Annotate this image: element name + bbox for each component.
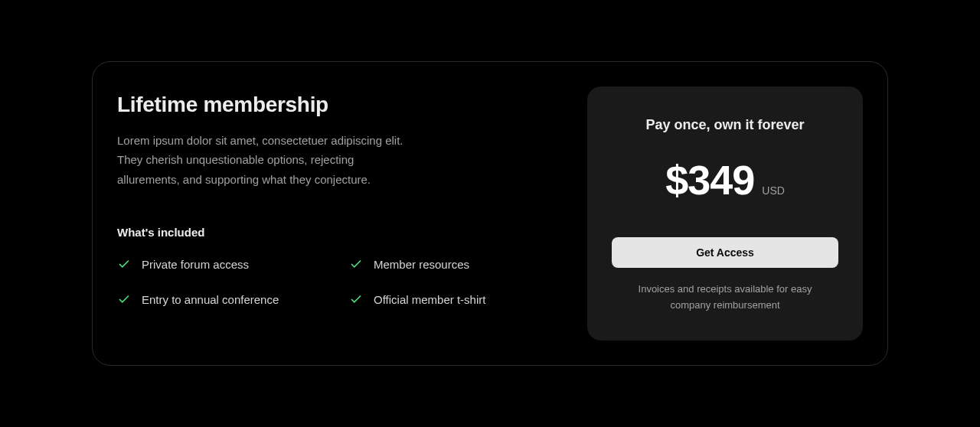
feature-item: Private forum access — [117, 257, 331, 271]
feature-item: Official member t-shirt — [349, 292, 563, 306]
feature-label: Official member t-shirt — [374, 293, 485, 306]
feature-label: Private forum access — [142, 258, 249, 271]
pricing-card: Lifetime membership Lorem ipsum dolor si… — [92, 61, 888, 367]
price-footnote: Invoices and receipts available for easy… — [633, 282, 817, 314]
included-heading: What's included — [117, 226, 563, 239]
feature-item: Entry to annual conference — [117, 292, 331, 306]
price-heading: Pay once, own it forever — [645, 117, 804, 133]
price-row: $349 USD — [665, 156, 785, 204]
price-panel: Pay once, own it forever $349 USD Get Ac… — [587, 86, 863, 341]
check-icon — [349, 292, 363, 306]
feature-label: Entry to annual conference — [142, 293, 279, 306]
get-access-button[interactable]: Get Access — [612, 237, 838, 268]
feature-list: Private forum access Member resources En… — [117, 257, 563, 306]
plan-description: Lorem ipsum dolor sit amet, consectetuer… — [117, 131, 408, 190]
price-value: $349 — [665, 156, 754, 204]
plan-details: Lifetime membership Lorem ipsum dolor si… — [117, 86, 563, 341]
check-icon — [117, 257, 131, 271]
check-icon — [349, 257, 363, 271]
check-icon — [117, 292, 131, 306]
price-currency: USD — [762, 184, 785, 197]
feature-label: Member resources — [374, 258, 469, 271]
plan-title: Lifetime membership — [117, 93, 563, 117]
feature-item: Member resources — [349, 257, 563, 271]
